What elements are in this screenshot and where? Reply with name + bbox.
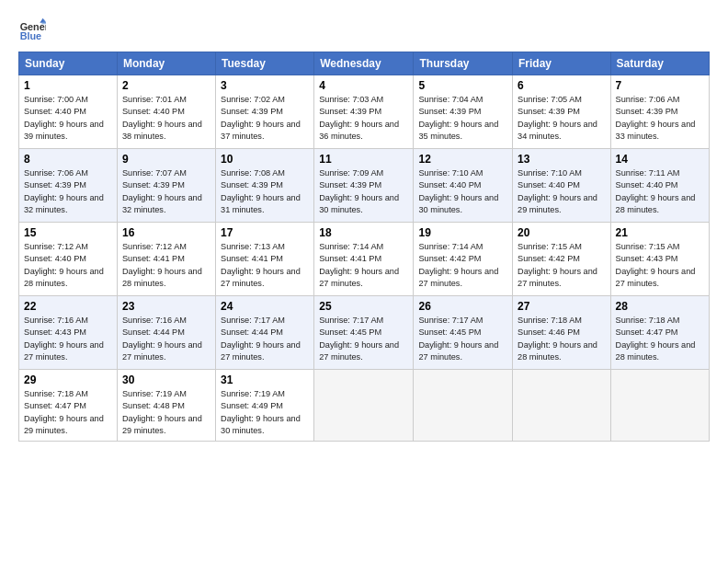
day-info: Sunrise: 7:12 AMSunset: 4:40 PMDaylight:…: [24, 242, 104, 288]
day-number: 12: [418, 153, 507, 166]
day-info: Sunrise: 7:14 AMSunset: 4:41 PMDaylight:…: [319, 242, 399, 288]
day-number: 18: [319, 226, 408, 239]
day-number: 7: [616, 79, 704, 92]
calendar-cell: [513, 370, 611, 442]
calendar-cell: 12 Sunrise: 7:10 AMSunset: 4:40 PMDaylig…: [414, 149, 513, 223]
day-number: 17: [221, 226, 309, 239]
day-info: Sunrise: 7:14 AMSunset: 4:42 PMDaylight:…: [418, 242, 498, 288]
day-number: 25: [319, 300, 408, 313]
day-number: 15: [24, 226, 112, 239]
calendar-cell: 9 Sunrise: 7:07 AMSunset: 4:39 PMDayligh…: [117, 149, 215, 223]
weekday-header: Tuesday: [216, 52, 314, 75]
day-number: 16: [122, 226, 210, 239]
day-info: Sunrise: 7:18 AMSunset: 4:47 PMDaylight:…: [24, 389, 104, 435]
calendar-cell: 18 Sunrise: 7:14 AMSunset: 4:41 PMDaylig…: [314, 223, 414, 296]
calendar-cell: 21 Sunrise: 7:15 AMSunset: 4:43 PMDaylig…: [610, 223, 709, 296]
calendar-cell: 16 Sunrise: 7:12 AMSunset: 4:41 PMDaylig…: [117, 223, 215, 296]
calendar-cell: 26 Sunrise: 7:17 AMSunset: 4:45 PMDaylig…: [414, 296, 513, 370]
weekday-header: Wednesday: [314, 52, 414, 75]
day-info: Sunrise: 7:11 AMSunset: 4:40 PMDaylight:…: [616, 168, 696, 214]
calendar-cell: 8 Sunrise: 7:06 AMSunset: 4:39 PMDayligh…: [19, 149, 118, 223]
day-number: 4: [319, 79, 408, 92]
calendar-cell: [314, 370, 414, 442]
day-number: 5: [418, 79, 507, 92]
calendar-cell: 2 Sunrise: 7:01 AMSunset: 4:40 PMDayligh…: [117, 75, 215, 149]
day-number: 30: [122, 373, 210, 386]
day-info: Sunrise: 7:18 AMSunset: 4:47 PMDaylight:…: [616, 316, 696, 362]
weekday-header: Thursday: [414, 52, 513, 75]
calendar-cell: 14 Sunrise: 7:11 AMSunset: 4:40 PMDaylig…: [610, 149, 709, 223]
day-number: 11: [319, 153, 408, 166]
day-number: 13: [518, 153, 606, 166]
calendar-cell: 1 Sunrise: 7:00 AMSunset: 4:40 PMDayligh…: [19, 75, 118, 149]
calendar-cell: 27 Sunrise: 7:18 AMSunset: 4:46 PMDaylig…: [513, 296, 611, 370]
day-info: Sunrise: 7:06 AMSunset: 4:39 PMDaylight:…: [24, 168, 104, 214]
day-info: Sunrise: 7:19 AMSunset: 4:48 PMDaylight:…: [122, 389, 202, 435]
calendar-cell: 13 Sunrise: 7:10 AMSunset: 4:40 PMDaylig…: [513, 149, 611, 223]
day-number: 20: [518, 226, 606, 239]
calendar-cell: 22 Sunrise: 7:16 AMSunset: 4:43 PMDaylig…: [19, 296, 118, 370]
day-info: Sunrise: 7:12 AMSunset: 4:41 PMDaylight:…: [122, 242, 202, 288]
day-info: Sunrise: 7:10 AMSunset: 4:40 PMDaylight:…: [518, 168, 597, 214]
calendar-cell: [414, 370, 513, 442]
day-info: Sunrise: 7:02 AMSunset: 4:39 PMDaylight:…: [221, 95, 301, 141]
day-number: 19: [418, 226, 507, 239]
calendar-cell: 17 Sunrise: 7:13 AMSunset: 4:41 PMDaylig…: [216, 223, 314, 296]
day-number: 29: [24, 373, 112, 386]
calendar-cell: 5 Sunrise: 7:04 AMSunset: 4:39 PMDayligh…: [414, 75, 513, 149]
day-number: 2: [122, 79, 210, 92]
day-info: Sunrise: 7:05 AMSunset: 4:39 PMDaylight:…: [518, 95, 597, 141]
calendar-cell: 29 Sunrise: 7:18 AMSunset: 4:47 PMDaylig…: [19, 370, 118, 442]
day-info: Sunrise: 7:16 AMSunset: 4:43 PMDaylight:…: [24, 316, 104, 362]
day-number: 28: [616, 300, 704, 313]
day-info: Sunrise: 7:01 AMSunset: 4:40 PMDaylight:…: [122, 95, 202, 141]
day-number: 24: [221, 300, 309, 313]
day-info: Sunrise: 7:04 AMSunset: 4:39 PMDaylight:…: [418, 95, 498, 141]
day-number: 31: [221, 373, 309, 386]
day-number: 8: [24, 153, 112, 166]
day-number: 9: [122, 153, 210, 166]
day-number: 21: [616, 226, 704, 239]
calendar-cell: 24 Sunrise: 7:17 AMSunset: 4:44 PMDaylig…: [216, 296, 314, 370]
day-info: Sunrise: 7:07 AMSunset: 4:39 PMDaylight:…: [122, 168, 202, 214]
day-number: 22: [24, 300, 112, 313]
day-number: 1: [24, 79, 112, 92]
day-info: Sunrise: 7:13 AMSunset: 4:41 PMDaylight:…: [221, 242, 301, 288]
weekday-header: Saturday: [610, 52, 709, 75]
calendar-cell: 7 Sunrise: 7:06 AMSunset: 4:39 PMDayligh…: [610, 75, 709, 149]
calendar-cell: 4 Sunrise: 7:03 AMSunset: 4:39 PMDayligh…: [314, 75, 414, 149]
calendar-cell: 6 Sunrise: 7:05 AMSunset: 4:39 PMDayligh…: [513, 75, 611, 149]
calendar-cell: 28 Sunrise: 7:18 AMSunset: 4:47 PMDaylig…: [610, 296, 709, 370]
day-info: Sunrise: 7:15 AMSunset: 4:43 PMDaylight:…: [616, 242, 696, 288]
calendar-cell: 3 Sunrise: 7:02 AMSunset: 4:39 PMDayligh…: [216, 75, 314, 149]
day-number: 26: [418, 300, 507, 313]
calendar-cell: [610, 370, 709, 442]
weekday-header: Friday: [513, 52, 611, 75]
calendar-table: SundayMondayTuesdayWednesdayThursdayFrid…: [18, 52, 710, 442]
calendar-cell: 11 Sunrise: 7:09 AMSunset: 4:39 PMDaylig…: [314, 149, 414, 223]
day-info: Sunrise: 7:17 AMSunset: 4:45 PMDaylight:…: [418, 316, 498, 362]
calendar-cell: 20 Sunrise: 7:15 AMSunset: 4:42 PMDaylig…: [513, 223, 611, 296]
calendar-cell: 25 Sunrise: 7:17 AMSunset: 4:45 PMDaylig…: [314, 296, 414, 370]
day-number: 6: [518, 79, 606, 92]
day-number: 3: [221, 79, 309, 92]
day-info: Sunrise: 7:09 AMSunset: 4:39 PMDaylight:…: [319, 168, 399, 214]
day-number: 14: [616, 153, 704, 166]
day-info: Sunrise: 7:17 AMSunset: 4:45 PMDaylight:…: [319, 316, 399, 362]
calendar-cell: 19 Sunrise: 7:14 AMSunset: 4:42 PMDaylig…: [414, 223, 513, 296]
header: General Blue: [18, 17, 710, 44]
weekday-header: Sunday: [19, 52, 118, 75]
day-info: Sunrise: 7:17 AMSunset: 4:44 PMDaylight:…: [221, 316, 301, 362]
day-info: Sunrise: 7:18 AMSunset: 4:46 PMDaylight:…: [518, 316, 597, 362]
calendar-cell: 10 Sunrise: 7:08 AMSunset: 4:39 PMDaylig…: [216, 149, 314, 223]
day-info: Sunrise: 7:10 AMSunset: 4:40 PMDaylight:…: [418, 168, 498, 214]
calendar-header-row: SundayMondayTuesdayWednesdayThursdayFrid…: [19, 52, 710, 75]
weekday-header: Monday: [117, 52, 215, 75]
day-info: Sunrise: 7:06 AMSunset: 4:39 PMDaylight:…: [616, 95, 696, 141]
day-number: 10: [221, 153, 309, 166]
logo-icon: General Blue: [18, 17, 46, 44]
day-info: Sunrise: 7:19 AMSunset: 4:49 PMDaylight:…: [221, 389, 301, 435]
day-info: Sunrise: 7:15 AMSunset: 4:42 PMDaylight:…: [518, 242, 597, 288]
calendar-cell: 30 Sunrise: 7:19 AMSunset: 4:48 PMDaylig…: [117, 370, 215, 442]
main-container: General Blue SundayMondayTuesdayWednesda…: [0, 0, 728, 451]
